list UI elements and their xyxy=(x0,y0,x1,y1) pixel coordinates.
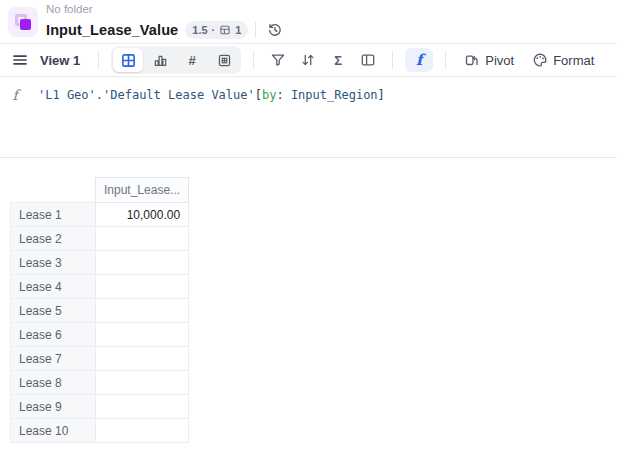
formula-panel: f 'L1 Geo'.'Default Lease Value'[by: Inp… xyxy=(0,77,617,158)
row-label[interactable]: Lease 9 xyxy=(11,395,96,419)
toolbar-divider xyxy=(445,51,446,69)
value-cell[interactable] xyxy=(96,227,189,251)
table-row: Lease 7 xyxy=(11,347,189,371)
table-row: Lease 8 xyxy=(11,371,189,395)
chart-view-button[interactable] xyxy=(145,48,175,72)
app-logo-icon[interactable] xyxy=(8,7,38,37)
formula-f-icon: f xyxy=(416,53,422,68)
title-block: No folder Input_Lease_Value 1.5 · 1 xyxy=(46,2,287,42)
table-row: Lease 9 xyxy=(11,395,189,419)
menu-hamburger-icon[interactable] xyxy=(8,48,32,72)
row-label[interactable]: Lease 6 xyxy=(11,323,96,347)
pivot-button[interactable]: Pivot xyxy=(458,47,520,73)
header-row: Input_Lease... xyxy=(11,178,189,203)
header-divider xyxy=(255,22,256,38)
logo-solid-square xyxy=(20,19,31,30)
table-row: Lease 10 xyxy=(11,419,189,443)
window-icon xyxy=(219,24,231,36)
formula-input[interactable]: 'L1 Geo'.'Default Lease Value'[by: Input… xyxy=(30,77,617,157)
formula-parameter: Input_Region xyxy=(291,88,378,102)
format-label: Format xyxy=(553,53,594,68)
column-split-icon[interactable] xyxy=(356,48,380,72)
filter-icon[interactable] xyxy=(266,48,290,72)
view-mode-switcher: # xyxy=(111,46,241,74)
value-column-header[interactable]: Input_Lease... xyxy=(96,178,189,203)
value-cell[interactable] xyxy=(96,395,189,419)
formula-by-keyword: by xyxy=(262,88,276,102)
formula-gutter-f-icon: f xyxy=(12,87,17,103)
number-view-button[interactable]: # xyxy=(177,48,207,72)
row-label[interactable]: Lease 3 xyxy=(11,251,96,275)
folder-label[interactable]: No folder xyxy=(46,2,287,17)
pivot-icon xyxy=(464,52,480,68)
table-row: Lease 4 xyxy=(11,275,189,299)
aggregate-sigma-icon[interactable]: Σ xyxy=(326,48,350,72)
version-number: 1.5 xyxy=(192,24,207,36)
table-view-button[interactable] xyxy=(113,48,143,72)
formula-close-bracket: ] xyxy=(378,88,385,102)
table-row: Lease 5 xyxy=(11,299,189,323)
toolbar-divider xyxy=(253,51,254,69)
data-grid: Input_Lease... Lease 1 10,000.00 Lease 2… xyxy=(10,177,617,443)
table-row: Lease 2 xyxy=(11,227,189,251)
value-cell[interactable] xyxy=(96,275,189,299)
toolbar-divider xyxy=(392,51,393,69)
row-label[interactable]: Lease 2 xyxy=(11,227,96,251)
formula-gutter: f xyxy=(0,77,30,157)
table-row: Lease 6 xyxy=(11,323,189,347)
format-button[interactable]: Format xyxy=(526,47,600,73)
sort-icon[interactable] xyxy=(296,48,320,72)
view-toolbar: View 1 # Σ xyxy=(0,44,617,77)
formula-colon: : xyxy=(276,88,290,102)
badge-separator: · xyxy=(212,24,216,36)
table-row: Lease 1 10,000.00 xyxy=(11,203,189,227)
row-label[interactable]: Lease 1 xyxy=(11,203,96,227)
value-cell[interactable]: 10,000.00 xyxy=(96,203,189,227)
refresh-history-icon[interactable] xyxy=(263,18,287,42)
value-cell[interactable] xyxy=(96,251,189,275)
row-label[interactable]: Lease 4 xyxy=(11,275,96,299)
window-count: 1 xyxy=(235,24,241,36)
formula-toggle-button[interactable]: f xyxy=(405,48,433,72)
value-cell[interactable] xyxy=(96,371,189,395)
palette-icon xyxy=(532,52,548,68)
card-grid-icon xyxy=(217,53,232,68)
app-header: No folder Input_Lease_Value 1.5 · 1 xyxy=(0,0,617,44)
value-cell[interactable] xyxy=(96,299,189,323)
value-cell[interactable] xyxy=(96,323,189,347)
value-cell[interactable] xyxy=(96,419,189,443)
corner-cell xyxy=(11,178,96,203)
title-row: Input_Lease_Value 1.5 · 1 xyxy=(46,18,287,42)
row-label[interactable]: Lease 8 xyxy=(11,371,96,395)
row-label[interactable]: Lease 7 xyxy=(11,347,96,371)
formula-open-bracket: [ xyxy=(255,88,262,102)
bar-chart-icon xyxy=(153,53,168,68)
value-cell[interactable] xyxy=(96,347,189,371)
row-label[interactable]: Lease 10 xyxy=(11,419,96,443)
view-name-label[interactable]: View 1 xyxy=(40,53,80,68)
table-row: Lease 3 xyxy=(11,251,189,275)
pivot-label: Pivot xyxy=(485,53,514,68)
hash-icon: # xyxy=(189,53,196,68)
row-label[interactable]: Lease 5 xyxy=(11,299,96,323)
toolbar-divider xyxy=(98,51,99,69)
grid-icon xyxy=(121,53,136,68)
card-view-button[interactable] xyxy=(209,48,239,72)
page-title: Input_Lease_Value xyxy=(46,22,178,38)
formula-expression: 'L1 Geo'.'Default Lease Value' xyxy=(38,88,255,102)
version-badge[interactable]: 1.5 · 1 xyxy=(185,21,248,39)
